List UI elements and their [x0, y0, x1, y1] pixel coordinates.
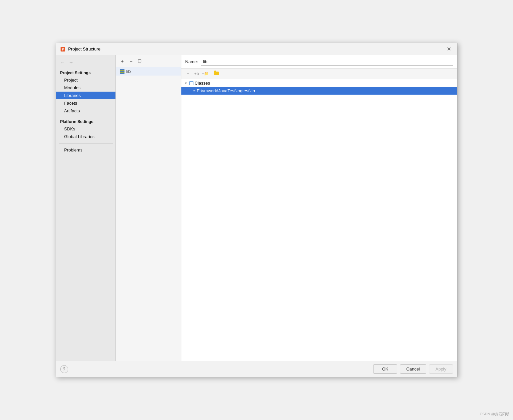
- svg-text:P: P: [62, 47, 64, 51]
- right-panel: Name: + +◇ +📁: [181, 55, 457, 361]
- add-folder-button[interactable]: +📁: [201, 70, 209, 78]
- tree-classes-row[interactable]: ▾ Classes: [181, 79, 457, 87]
- remove-library-button[interactable]: −: [127, 57, 135, 65]
- apply-button[interactable]: Apply: [429, 364, 453, 374]
- sidebar-item-problems[interactable]: Problems: [56, 146, 115, 154]
- expand-icon: ▾: [184, 81, 188, 85]
- main-area: + − ❐ lib Name:: [116, 55, 457, 361]
- app-icon: P: [60, 46, 66, 52]
- dialog-body: ← → Project Settings Project Modules Lib…: [56, 55, 457, 361]
- footer-left: ?: [60, 365, 371, 373]
- library-name: lib: [126, 69, 131, 74]
- tree-path-label: E:\vmwork\JavaTest\logtest\lib: [197, 88, 255, 93]
- back-button[interactable]: ←: [59, 59, 66, 66]
- classes-icon: [189, 81, 193, 85]
- project-structure-dialog: P Project Structure ✕ ← → Project Settin…: [56, 43, 457, 377]
- copy-icon: ❐: [138, 59, 142, 64]
- platform-settings-header: Platform Settings: [56, 117, 115, 125]
- add-library-button[interactable]: +: [118, 57, 126, 65]
- sidebar-item-artifacts[interactable]: Artifacts: [56, 107, 115, 115]
- add-spec-icon: +◇: [194, 72, 199, 76]
- library-icon: [120, 69, 124, 74]
- sidebar: ← → Project Settings Project Modules Lib…: [56, 55, 116, 361]
- tree-area: ▾ Classes ≡ E:\vmwork\JavaTest\logtest\l…: [181, 79, 457, 361]
- folder-icon: [214, 71, 219, 76]
- ok-button[interactable]: OK: [373, 364, 397, 374]
- minus-icon: −: [130, 59, 132, 64]
- list-toolbar: + − ❐: [116, 55, 181, 67]
- library-list-panel: + − ❐ lib: [116, 55, 181, 361]
- close-button[interactable]: ✕: [445, 45, 453, 53]
- sidebar-item-project[interactable]: Project: [56, 76, 115, 84]
- sidebar-item-modules[interactable]: Modules: [56, 84, 115, 92]
- right-toolbar: + +◇ +📁: [181, 69, 457, 79]
- name-row: Name:: [181, 55, 457, 69]
- copy-library-button[interactable]: ❐: [136, 57, 144, 65]
- project-settings-header: Project Settings: [56, 69, 115, 76]
- add-folder-icon: +📁: [202, 72, 208, 76]
- classes-label: Classes: [195, 81, 210, 86]
- watermark: CSDN @房石阳明: [480, 412, 510, 417]
- add-icon: +: [187, 71, 189, 76]
- forward-button[interactable]: →: [68, 59, 75, 66]
- bottom-bar: ? OK Cancel Apply: [56, 361, 457, 377]
- name-label: Name:: [185, 59, 198, 64]
- sidebar-item-libraries[interactable]: Libraries: [56, 92, 115, 99]
- title-bar-left: P Project Structure: [60, 46, 101, 52]
- help-icon: ?: [63, 366, 65, 372]
- tree-path-row[interactable]: ≡ E:\vmwork\JavaTest\logtest\lib: [181, 87, 457, 95]
- nav-arrows: ← →: [56, 58, 115, 69]
- help-button[interactable]: ?: [60, 365, 68, 373]
- title-bar: P Project Structure ✕: [56, 43, 457, 55]
- jar-icon: ≡: [193, 89, 195, 93]
- add-classes-button[interactable]: +: [184, 70, 192, 78]
- sidebar-item-sdks[interactable]: SDKs: [56, 125, 115, 133]
- dialog-title: Project Structure: [68, 46, 101, 51]
- library-list-item[interactable]: lib: [116, 67, 181, 76]
- sidebar-item-facets[interactable]: Facets: [56, 99, 115, 107]
- add-icon: +: [121, 59, 123, 64]
- sidebar-divider: [59, 143, 113, 143]
- name-input[interactable]: [201, 58, 453, 66]
- sidebar-item-global-libraries[interactable]: Global Libraries: [56, 133, 115, 140]
- add-spec-button[interactable]: +◇: [193, 70, 201, 78]
- cancel-button[interactable]: Cancel: [400, 364, 426, 374]
